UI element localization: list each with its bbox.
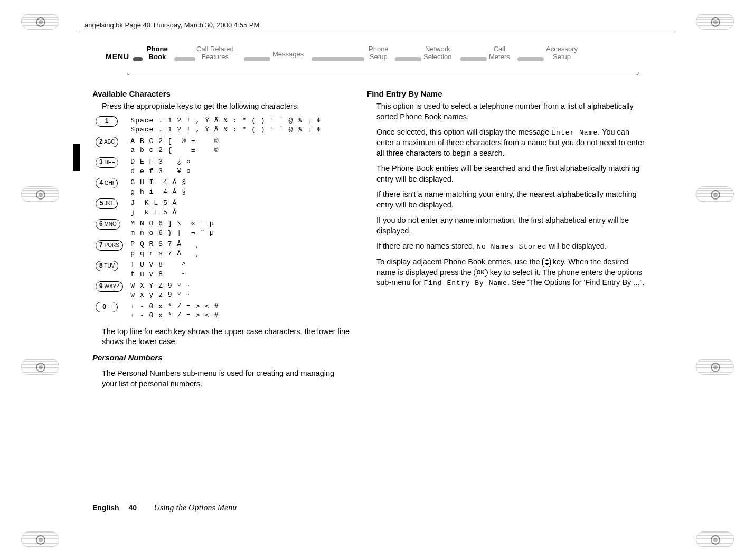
key-6-lower: m n o 6 } | ¬ ¨ µ xyxy=(130,229,321,238)
key-5-lower: j k l 5 Á xyxy=(130,208,321,217)
key-1-icon: 1 xyxy=(96,116,118,127)
scroll-key-icon xyxy=(542,258,551,267)
manual-page: { "header_line": "angelsing.bk Page 40 T… xyxy=(0,0,754,560)
key-3-upper: D E F 3 ¿ ¤ xyxy=(130,157,321,167)
key-3-icon: 3 DEF xyxy=(96,157,118,168)
key-4-upper: G H I 4 Á § xyxy=(130,178,321,187)
key-2-lower: a b c 2 { ¯ ± © xyxy=(130,146,321,155)
chars-intro: Press the appropriate keys to get the fo… xyxy=(102,101,351,112)
key-7-icon: 7 PQRS xyxy=(96,240,123,251)
code-find-entry-by-name: Find Entry By Name xyxy=(423,279,507,287)
key-1-lower: Space . 1 ? ! , Ÿ Ä & : " ( ) ' ` @ % ¡ … xyxy=(130,125,321,135)
find-p1: This option is used to select a telephon… xyxy=(376,101,647,122)
key-1-upper: Space . 1 ? ! , Ÿ Ä & : " ( ) ' ` @ % ¡ … xyxy=(130,116,321,126)
ribbon-item-phone-book: PhoneBook xyxy=(147,45,168,61)
key-8-upper: T U V 8 ^ xyxy=(130,260,321,270)
code-no-names-stored: No Names Stored xyxy=(477,243,546,251)
key-0-icon: 0 + xyxy=(96,302,118,312)
spiral-binding-left xyxy=(16,0,63,560)
key-5-icon: 5 JKL xyxy=(96,198,118,209)
ribbon-item-messages: Messages xyxy=(272,50,304,58)
find-p2: Once selected, this option will display … xyxy=(376,127,647,158)
key-8-icon: 8 TUV xyxy=(96,261,118,271)
code-enter-name: Enter Name xyxy=(551,129,598,137)
find-p7: To display adjacent Phone Book entries, … xyxy=(376,257,647,288)
find-p6: If there are no names stored, No Names S… xyxy=(376,241,647,252)
character-key-table: 1 Space . 1 ? ! , Ÿ Ä & : " ( ) ' ` @ % … xyxy=(96,115,321,321)
key-2-icon: 2 ABC xyxy=(96,137,118,147)
ok-key-icon: OK xyxy=(474,269,488,277)
key-9-upper: W X Y Z 9 º · xyxy=(130,281,321,291)
footer-chapter: Using the Options Menu xyxy=(154,503,237,512)
key-2-upper: A B C 2 [ ® ± © xyxy=(130,137,321,146)
personal-numbers-body: The Personal Numbers sub-menu is used fo… xyxy=(102,368,351,389)
key-0-upper: + - 0 x * / = > < # xyxy=(130,302,321,311)
section-tab xyxy=(73,144,80,171)
ribbon-item-network-selection: NetworkSelection xyxy=(423,45,451,61)
heading-personal-numbers: Personal Numbers xyxy=(92,353,351,363)
page-footer: English 40 Using the Options Menu xyxy=(92,503,237,512)
key-9-icon: 9 WXYZ xyxy=(96,281,123,292)
key-3-lower: d e f 3 ¥ ¤ xyxy=(130,167,321,176)
menu-ribbon: MENU PhoneBook Call RelatedFeatures Mess… xyxy=(106,45,639,77)
key-5-upper: J K L 5 Á xyxy=(130,198,321,208)
right-column: Find Entry By Name This option is used t… xyxy=(367,89,647,288)
menu-label: MENU xyxy=(106,52,129,61)
key-9-lower: w x y z 9 º · xyxy=(130,290,321,300)
ribbon-item-phone-setup: PhoneSetup xyxy=(369,45,389,61)
find-p3: The Phone Book entries will be searched … xyxy=(376,164,647,184)
left-column: Available Characters Press the appropria… xyxy=(92,89,351,389)
key-7-upper: P Q R S 7 Â ¸ xyxy=(130,240,321,249)
key-4-icon: 4 GHI xyxy=(96,178,118,188)
chars-note: The top line for each key shows the uppe… xyxy=(102,327,351,347)
footer-page-number: 40 xyxy=(128,504,144,512)
find-p5: If you do not enter any name information… xyxy=(376,215,647,236)
key-6-upper: M N O 6 ] \ « ¨ µ xyxy=(130,219,321,229)
ribbon-item-call-meters: CallMeters xyxy=(489,45,510,61)
header-rule xyxy=(79,32,675,32)
heading-find-entry: Find Entry By Name xyxy=(367,89,647,99)
key-6-icon: 6 MNO xyxy=(96,219,120,230)
key-4-lower: g h i 4 Á § xyxy=(130,187,321,197)
find-p4: If there isn't a name matching your entr… xyxy=(376,189,647,210)
key-8-lower: t u v 8 ~ xyxy=(130,270,321,279)
spiral-binding-right xyxy=(691,0,738,560)
key-7-lower: p q r s 7 Â ¸ xyxy=(130,249,321,259)
key-0-lower: + - 0 x * / = > < # xyxy=(130,311,321,320)
running-header: angelsing.bk Page 40 Thursday, March 30,… xyxy=(84,21,259,29)
footer-language: English xyxy=(92,504,119,512)
ribbon-item-accessory-setup: AccessorySetup xyxy=(546,45,578,61)
ribbon-item-call-related: Call RelatedFeatures xyxy=(196,45,234,61)
heading-available-characters: Available Characters xyxy=(92,89,351,99)
